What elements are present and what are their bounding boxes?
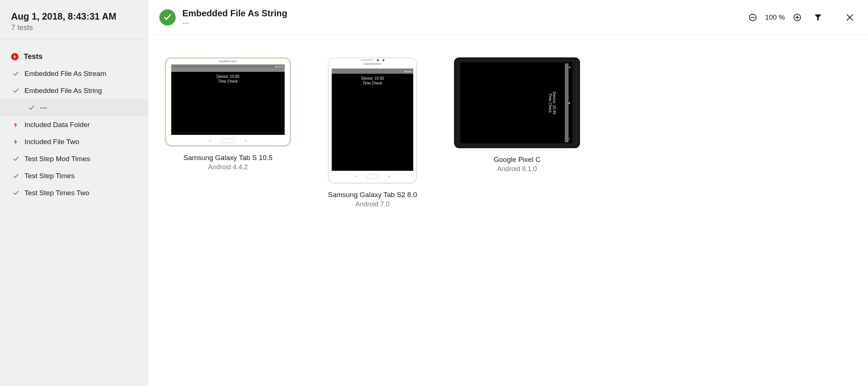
sidebar-item-included-data-folder[interactable]: Included Data Folder xyxy=(0,116,148,133)
device-name: Google Pixel C xyxy=(494,156,541,164)
run-test-count: 7 tests xyxy=(11,23,137,32)
sidebar-item-label: Test Step Times xyxy=(24,172,74,180)
device-card[interactable]: SAMSUNG ◦▮ 15:50 Device: 15:50 Time Chec… xyxy=(163,57,293,171)
device-os: Android 7.0 xyxy=(355,200,390,208)
sidebar-item-embedded-file-as-stream[interactable]: Embedded File As Stream xyxy=(0,65,148,82)
nav-back-icon: ◂ xyxy=(569,65,570,69)
device-card[interactable]: SAMSUNG ◦▮ 15:50 Device: 15:50 Time Chec… xyxy=(308,57,437,208)
status-pass-icon xyxy=(159,9,176,26)
main: Embedded File As String --- 100 % SAMSUN… xyxy=(148,0,868,386)
sidebar-item-included-file-two[interactable]: Included File Two xyxy=(0,133,148,150)
screen-line-1: Device: 15:49 xyxy=(552,91,556,114)
sidebar-item-test-step-times-two[interactable]: Test Step Times Two xyxy=(0,184,148,202)
check-icon xyxy=(13,173,19,179)
svg-rect-2 xyxy=(751,17,755,18)
bolt-icon xyxy=(13,122,19,128)
check-icon xyxy=(13,190,19,196)
sidebar: Aug 1, 2018, 8:43:31 AM 7 tests Tests Em… xyxy=(0,0,148,386)
sidebar-header: Aug 1, 2018, 8:43:31 AM 7 tests xyxy=(0,0,148,39)
tests-group-label: Tests xyxy=(24,52,43,61)
sidebar-subitem-dashes[interactable]: --- xyxy=(0,99,148,116)
zoom-level: 100 % xyxy=(765,13,785,21)
home-button-icon xyxy=(221,139,235,143)
android-status-bar: ◦▮ 15:50 xyxy=(332,69,413,74)
device-brand: SAMSUNG xyxy=(329,61,416,66)
android-nav-bar: ◂ ● ▪ xyxy=(567,65,571,140)
sidebar-item-label: Included Data Folder xyxy=(24,121,90,129)
svg-rect-5 xyxy=(797,16,798,19)
zoom-in-button[interactable] xyxy=(792,13,802,22)
screen-line-2: Time Check xyxy=(171,79,285,84)
device-screen-text: Device: 15:50 Time Check xyxy=(332,74,413,86)
screen-line-2: Time Check xyxy=(548,91,552,114)
close-button[interactable] xyxy=(845,13,855,22)
device-card[interactable]: Device: 15:49 Time Check ◂ ● ▪ Google Pi… xyxy=(452,57,582,173)
sidebar-item-test-step-mod-times[interactable]: Test Step Mod Times xyxy=(0,150,148,167)
app-title-bar xyxy=(171,68,285,72)
sidebar-item-label: Included File Two xyxy=(24,138,79,146)
zoom-controls: 100 % xyxy=(748,13,855,22)
run-timestamp: Aug 1, 2018, 8:43:31 AM xyxy=(11,11,137,22)
nav-home-icon: ● xyxy=(568,101,570,105)
device-name: Samsung Galaxy Tab S2 8.0 xyxy=(328,191,417,199)
screen-line-1: Device: 15:50 xyxy=(332,76,413,81)
filter-button[interactable] xyxy=(813,13,823,22)
check-icon xyxy=(13,70,19,77)
header-titles: Embedded File As String --- xyxy=(182,8,287,27)
device-brand: SAMSUNG xyxy=(166,59,290,64)
sidebar-item-label: Test Step Times Two xyxy=(24,189,89,197)
device-screen: ◦▮ 15:50 Device: 15:50 Time Check xyxy=(332,69,413,171)
main-header: Embedded File As String --- 100 % xyxy=(148,0,868,35)
device-screen-text: Device: 15:49 Time Check xyxy=(548,91,556,114)
device-mock-landscape: SAMSUNG ◦▮ 15:50 Device: 15:50 Time Chec… xyxy=(165,57,291,146)
sidebar-item-label: --- xyxy=(40,104,47,112)
tests-group-header[interactable]: Tests xyxy=(0,48,148,65)
sidebar-item-label: Test Step Mod Times xyxy=(24,155,90,163)
device-screen-text: Device: 15:50 Time Check xyxy=(171,72,285,84)
nav-dot-icon xyxy=(388,176,390,177)
device-os: Android 8.1.0 xyxy=(497,165,537,173)
android-status-bar: ◦▮ 15:50 xyxy=(171,64,285,68)
device-screen: ◦▮ 15:50 Device: 15:50 Time Check xyxy=(171,64,285,135)
bolt-icon xyxy=(13,139,19,145)
devices-grid: SAMSUNG ◦▮ 15:50 Device: 15:50 Time Chec… xyxy=(148,35,868,386)
page-title: Embedded File As String xyxy=(182,8,287,19)
sidebar-item-label: Embedded File As Stream xyxy=(24,70,106,78)
check-icon xyxy=(13,156,19,162)
bolt-circle-icon xyxy=(11,53,19,60)
device-sensors xyxy=(329,58,416,61)
nav-dot-icon xyxy=(209,140,211,142)
nav-dot-icon xyxy=(355,176,357,177)
sidebar-item-test-step-times[interactable]: Test Step Times xyxy=(0,167,148,184)
device-os: Android 4.4.2 xyxy=(208,163,248,171)
screen-line-1: Device: 15:50 xyxy=(171,74,285,79)
screen-line-2: Time Check xyxy=(332,81,413,86)
page-subtitle: --- xyxy=(182,19,287,27)
device-mock-dark: Device: 15:49 Time Check ◂ ● ▪ xyxy=(454,57,580,148)
sidebar-item-embedded-file-as-string[interactable]: Embedded File As String xyxy=(0,82,148,99)
nav-dot-icon xyxy=(245,140,246,142)
test-list: Tests Embedded File As Stream Embedded F… xyxy=(0,40,148,205)
sidebar-item-label: Embedded File As String xyxy=(24,87,102,95)
check-icon xyxy=(28,104,35,111)
device-name: Samsung Galaxy Tab S 10.5 xyxy=(183,154,272,162)
nav-recent-icon: ▪ xyxy=(569,137,570,140)
device-screen: Device: 15:49 Time Check ◂ ● ▪ xyxy=(460,62,572,143)
check-icon xyxy=(13,87,19,94)
home-button-icon xyxy=(367,174,378,179)
device-mock-portrait: SAMSUNG ◦▮ 15:50 Device: 15:50 Time Chec… xyxy=(328,57,417,183)
zoom-out-button[interactable] xyxy=(748,13,758,22)
